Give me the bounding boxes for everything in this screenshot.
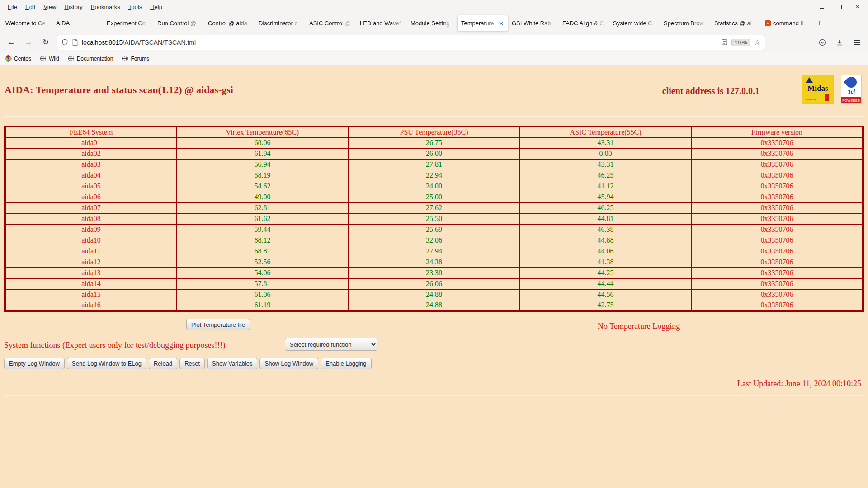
- plot-temperature-file-button[interactable]: Plot Temperature file: [186, 319, 250, 330]
- table-row: aida1068.1232.0644.880x3350706: [5, 235, 863, 246]
- temperature-logging-status: No Temperature Logging: [598, 322, 680, 331]
- bookmark-wiki[interactable]: Wiki: [40, 56, 59, 62]
- value-cell: 27.94: [348, 246, 520, 257]
- tab-label: Discriminator c: [259, 20, 302, 27]
- midas-logo-text: Midas: [802, 84, 833, 93]
- tab-label: Statistics @ ai: [714, 20, 758, 27]
- table-row: aida0458.1922.9446.250x3350706: [5, 170, 863, 181]
- tab-asic-control[interactable]: ASIC Control @: [306, 15, 356, 31]
- value-cell: 22.94: [348, 170, 520, 181]
- value-cell: 24.88: [348, 300, 520, 311]
- bookmark-label: Wiki: [49, 56, 59, 62]
- value-cell: 24.00: [348, 181, 520, 192]
- pocket-icon[interactable]: [815, 35, 830, 50]
- column-header: Virtex Temperature(65C): [177, 127, 349, 137]
- value-cell: 61.19: [177, 300, 349, 311]
- empty-log-window-button[interactable]: Empty Log Window: [4, 358, 65, 369]
- tab-statistics-ai[interactable]: Statistics @ ai: [711, 15, 761, 31]
- value-cell: 27.81: [348, 159, 520, 170]
- value-cell: 25.69: [348, 224, 520, 235]
- window-controls: ×: [819, 4, 864, 10]
- fee64-system-cell: aida13: [5, 267, 177, 278]
- table-body: aida0168.0626.7543.310x3350706aida0261.9…: [5, 137, 863, 311]
- tab-label: ASIC Control @: [309, 20, 353, 27]
- bookmark-centos[interactable]: Centos: [5, 56, 31, 62]
- bookmark-documentation[interactable]: Documentation: [68, 56, 113, 62]
- value-cell: 25.50: [348, 213, 520, 224]
- value-cell: 0x3350706: [691, 246, 863, 257]
- forward-button[interactable]: →: [21, 35, 36, 50]
- zoom-level[interactable]: 110%: [731, 39, 750, 46]
- fee64-system-cell: aida15: [5, 289, 177, 300]
- close-window-button[interactable]: ×: [854, 4, 861, 10]
- fee64-system-cell: aida16: [5, 300, 177, 311]
- menu-item-help[interactable]: Help: [146, 4, 166, 10]
- browser-window: FileEditViewHistoryBookmarksToolsHelp × …: [0, 0, 868, 488]
- tab-spectrum-brow[interactable]: Spectrum Brow: [660, 15, 711, 31]
- tab-welcome-to-ce[interactable]: Welcome to Ce: [2, 15, 52, 31]
- function-select[interactable]: Select required function: [285, 338, 377, 351]
- minimize-button[interactable]: [819, 4, 826, 10]
- tab-discriminator-c[interactable]: Discriminator c: [255, 15, 306, 31]
- value-cell: 44.88: [520, 235, 692, 246]
- menu-item-file[interactable]: File: [4, 4, 21, 10]
- value-cell: 0x3350706: [691, 159, 863, 170]
- site-info-page-icon[interactable]: [72, 39, 78, 46]
- tab-fadc-align-c[interactable]: FADC Align & C: [559, 15, 609, 31]
- tab-experiment-co[interactable]: Experiment Co: [103, 15, 154, 31]
- fee64-system-cell: aida02: [5, 148, 177, 159]
- back-button[interactable]: ←: [4, 35, 19, 50]
- fee64-system-cell: aida05: [5, 181, 177, 192]
- value-cell: 0x3350706: [691, 300, 863, 311]
- minimize-icon: [820, 8, 824, 9]
- reload-button[interactable]: Reload: [149, 358, 177, 369]
- download-icon[interactable]: [832, 35, 847, 50]
- value-cell: 44.44: [520, 278, 692, 289]
- tab-run-control[interactable]: Run Control @: [154, 15, 204, 31]
- tab-aida[interactable]: AIDA: [52, 15, 103, 31]
- value-cell: 0x3350706: [691, 137, 863, 148]
- value-cell: 23.38: [348, 267, 520, 278]
- fee64-system-cell: aida14: [5, 278, 177, 289]
- tab-label: LED and Wavef: [360, 20, 403, 27]
- tab-command-li[interactable]: >command li: [761, 15, 812, 31]
- show-variables-button[interactable]: Show Variables: [207, 358, 257, 369]
- url-bar[interactable]: localhost:8015/AIDA/TSCAN/TSCAN.tml 110%…: [57, 35, 765, 50]
- tab-gsi-white-rab[interactable]: GSI White Rab: [508, 15, 559, 31]
- menu-item-edit[interactable]: Edit: [21, 4, 39, 10]
- tracking-protection-shield-icon[interactable]: [61, 39, 68, 46]
- menu-item-bookmarks[interactable]: Bookmarks: [87, 4, 124, 10]
- enable-logging-button[interactable]: Enable Logging: [321, 358, 371, 369]
- page-content: AIDA: Temperature and status scan(1.12) …: [0, 65, 868, 488]
- menu-bar-items: FileEditViewHistoryBookmarksToolsHelp: [4, 4, 166, 10]
- fee64-system-cell: aida01: [5, 137, 177, 148]
- reader-mode-icon[interactable]: [721, 39, 728, 46]
- bookmark-forums[interactable]: Forums: [122, 56, 149, 62]
- maximize-button[interactable]: [836, 4, 843, 10]
- reset-button[interactable]: Reset: [179, 358, 205, 369]
- send-log-window-to-elog-button[interactable]: Send Log Window to ELog: [67, 358, 146, 369]
- menu-item-view[interactable]: View: [39, 4, 60, 10]
- reload-page-button[interactable]: ↻: [38, 35, 53, 50]
- show-log-window-button[interactable]: Show Log Window: [259, 358, 318, 369]
- bookmark-star-icon[interactable]: ☆: [754, 38, 760, 47]
- value-cell: 46.38: [520, 224, 692, 235]
- page-title: AIDA: Temperature and status scan(1.12) …: [5, 84, 233, 96]
- app-menu-icon[interactable]: [849, 35, 864, 50]
- table-row: aida1457.8126.0644.440x3350706: [5, 278, 863, 289]
- tab-close-icon[interactable]: ×: [498, 19, 505, 27]
- new-tab-button[interactable]: +: [813, 16, 826, 30]
- value-cell: 43.31: [520, 159, 692, 170]
- navigation-toolbar: ← → ↻ localhost:8015/AIDA/TSCAN/TSCAN.tm…: [0, 33, 868, 52]
- tab-module-setting[interactable]: Module Setting: [407, 15, 458, 31]
- fee64-system-cell: aida04: [5, 170, 177, 181]
- menu-item-history[interactable]: History: [60, 4, 86, 10]
- value-cell: 0.00: [520, 148, 692, 159]
- value-cell: 0x3350706: [691, 148, 863, 159]
- tab-temperature[interactable]: Temperature×: [458, 15, 508, 31]
- tab-led-and-wavef[interactable]: LED and Wavef: [356, 15, 407, 31]
- menu-item-tools[interactable]: Tools: [124, 4, 146, 10]
- value-cell: 44.25: [520, 267, 692, 278]
- tab-system-wide-c[interactable]: System wide C: [609, 15, 660, 31]
- tab-control-aida[interactable]: Control @ aida: [204, 15, 255, 31]
